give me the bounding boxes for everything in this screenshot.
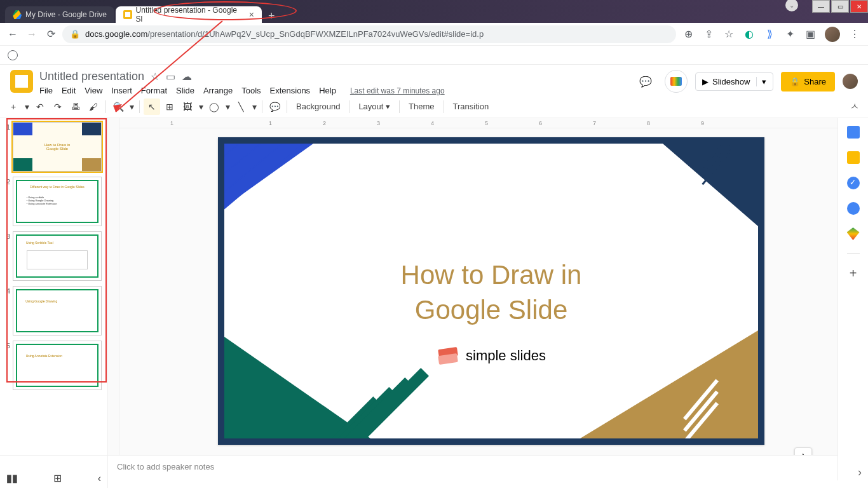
- contacts-icon[interactable]: [847, 202, 860, 215]
- speaker-notes-input[interactable]: Click to add speaker notes: [108, 456, 837, 488]
- filmstrip-view-icon[interactable]: ⊞: [53, 472, 62, 484]
- menu-help[interactable]: Help: [319, 86, 336, 95]
- url-input[interactable]: 🔒 docs.google.com/presentation/d/1UhAwPq…: [62, 25, 676, 43]
- image-dropdown[interactable]: ▾: [197, 98, 205, 115]
- thumb-label: Using Scribble Tool: [26, 241, 53, 245]
- menu-file[interactable]: File: [39, 86, 53, 95]
- speaker-notes-bar: ▮▮ ⊞ ‹ Click to add speaker notes: [0, 455, 837, 488]
- comment-button[interactable]: 💬: [266, 98, 283, 115]
- reload-button[interactable]: ⟳: [43, 27, 58, 42]
- thumb-number: 3: [3, 231, 10, 281]
- thumbnail-5[interactable]: Using Annotate Extension: [13, 341, 102, 390]
- shape-dropdown[interactable]: ▾: [224, 98, 231, 115]
- new-tab-button[interactable]: +: [263, 10, 280, 23]
- slides-logo-icon[interactable]: [10, 70, 33, 93]
- cloud-status-icon[interactable]: ☁: [182, 71, 192, 83]
- star-doc-icon[interactable]: ☆: [151, 71, 159, 83]
- select-tool[interactable]: ↖: [144, 98, 160, 115]
- last-edit-link[interactable]: Last edit was 7 minutes ago: [350, 86, 445, 95]
- browser-tabs: My Drive - Google Drive Untitled present…: [0, 5, 868, 23]
- globe-icon[interactable]: [8, 50, 18, 60]
- line-dropdown[interactable]: ▾: [250, 98, 258, 115]
- side-panel-toggle[interactable]: ›: [858, 466, 862, 479]
- url-host: docs.google.com: [85, 29, 147, 39]
- redo-button[interactable]: ↷: [50, 98, 66, 115]
- tab-drive[interactable]: My Drive - Google Drive: [5, 6, 114, 23]
- add-addon-button[interactable]: +: [850, 266, 857, 281]
- image-tool[interactable]: 🖼: [179, 98, 196, 115]
- zoom-dropdown[interactable]: ▾: [128, 98, 135, 115]
- thumbnail-3[interactable]: Using Scribble Tool: [13, 231, 102, 281]
- thumbnail-4[interactable]: Using Google Drawing: [13, 286, 102, 336]
- meet-button[interactable]: [665, 70, 688, 93]
- new-slide-button[interactable]: +: [5, 98, 22, 115]
- forward-button[interactable]: →: [24, 27, 39, 42]
- window-minimize[interactable]: —: [812, 0, 830, 13]
- tab-title: My Drive - Google Drive: [25, 10, 107, 19]
- thumb-number: 4: [3, 286, 10, 336]
- collapse-filmstrip-icon[interactable]: ‹: [98, 473, 101, 484]
- theme-button[interactable]: Theme: [403, 99, 439, 114]
- slide-filmstrip[interactable]: 1 How to Draw inGoogle Slide 2 Different…: [0, 118, 108, 480]
- menu-view[interactable]: View: [85, 86, 102, 95]
- star-icon[interactable]: ☆: [723, 29, 735, 40]
- window-maximize[interactable]: ▭: [831, 0, 849, 13]
- extension-icon[interactable]: ◐: [743, 29, 755, 40]
- slide-title-text[interactable]: How to Draw inGoogle Slide: [224, 258, 758, 327]
- canvas-area[interactable]: 1 1 2 3 4 5 6 7 8 9 How to Draw inGo: [119, 118, 837, 480]
- chrome-menu-icon[interactable]: ⋮: [849, 29, 860, 40]
- url-path: /presentation/d/1UhAwPq2V_sUcp_SnGdqBFWX…: [147, 29, 484, 39]
- menu-edit[interactable]: Edit: [62, 86, 76, 95]
- print-button[interactable]: 🖶: [67, 98, 84, 115]
- shape-tool[interactable]: ◯: [206, 98, 222, 115]
- menu-extensions[interactable]: Extensions: [270, 86, 311, 95]
- thumbnail-1[interactable]: How to Draw inGoogle Slide: [13, 122, 102, 172]
- tab-close-icon[interactable]: ×: [249, 10, 254, 20]
- zoom-icon[interactable]: ⊕: [682, 29, 694, 40]
- layout-button[interactable]: Layout ▾: [353, 99, 395, 114]
- thumb-label: Using Google Drawing: [25, 299, 57, 303]
- slideshow-button[interactable]: ▶ Slideshow ▾: [695, 72, 773, 91]
- keep-icon[interactable]: [847, 151, 860, 164]
- new-slide-dropdown[interactable]: ▾: [23, 98, 31, 115]
- transition-button[interactable]: Transition: [448, 99, 494, 114]
- menu-slide[interactable]: Slide: [176, 86, 194, 95]
- account-avatar[interactable]: [843, 74, 858, 89]
- horizontal-ruler: 1 1 2 3 4 5 6 7 8 9: [119, 118, 837, 128]
- separator: [262, 100, 262, 113]
- tab-slides[interactable]: Untitled presentation - Google Sl ×: [116, 6, 262, 23]
- bookmarks-bar: [0, 46, 868, 65]
- menu-arrange[interactable]: Arrange: [203, 86, 233, 95]
- profile-avatar[interactable]: [825, 27, 840, 42]
- grid-view-icon[interactable]: ▮▮: [6, 472, 18, 484]
- undo-button[interactable]: ↶: [32, 98, 48, 115]
- background-button[interactable]: Background: [291, 99, 345, 114]
- reading-list-icon[interactable]: ▣: [804, 29, 816, 40]
- tasks-icon[interactable]: [847, 177, 860, 189]
- doc-title[interactable]: Untitled presentation: [39, 70, 144, 83]
- textbox-tool[interactable]: ⊞: [161, 98, 178, 115]
- share-button[interactable]: 🔒 Share: [781, 72, 835, 92]
- cast-icon[interactable]: ⟫: [764, 29, 775, 40]
- puzzle-icon[interactable]: ✦: [784, 29, 796, 40]
- menu-tools[interactable]: Tools: [241, 86, 261, 95]
- paint-format-button[interactable]: 🖌: [85, 98, 102, 115]
- zoom-button[interactable]: 🔍: [110, 98, 126, 115]
- share-page-icon[interactable]: ⇪: [703, 29, 714, 40]
- slide-canvas[interactable]: How to Draw inGoogle Slide simple slides: [218, 137, 764, 445]
- back-button[interactable]: ←: [5, 27, 20, 42]
- comments-button[interactable]: 💬: [634, 70, 657, 93]
- collapse-toolbar-icon[interactable]: ㅅ: [846, 98, 863, 115]
- vertical-ruler: [108, 118, 119, 480]
- calendar-icon[interactable]: [847, 126, 860, 139]
- slideshow-dropdown-icon[interactable]: ▾: [756, 77, 766, 86]
- line-tool[interactable]: ╲: [233, 98, 249, 115]
- window-close[interactable]: ✕: [850, 0, 868, 13]
- maps-icon[interactable]: [847, 227, 860, 240]
- move-doc-icon[interactable]: ▭: [166, 71, 175, 83]
- menu-format[interactable]: Format: [141, 86, 167, 95]
- window-chrome: ⌄ — ▭ ✕: [0, 0, 868, 5]
- separator: [399, 100, 400, 113]
- menu-insert[interactable]: Insert: [111, 86, 132, 95]
- thumbnail-2[interactable]: Different way to Draw in Google Slides •…: [13, 177, 102, 226]
